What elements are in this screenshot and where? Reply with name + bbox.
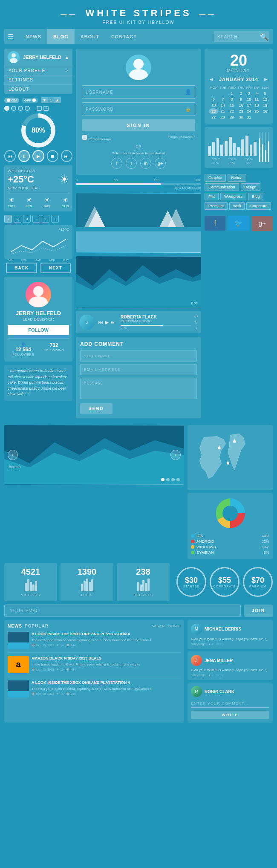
tag-graphic[interactable]: Graphic bbox=[205, 174, 226, 182]
twitter-login-icon[interactable]: t bbox=[126, 158, 137, 169]
view-all-news[interactable]: VIEW ALL NEWS › bbox=[152, 624, 181, 628]
tag-wordpress[interactable]: Wordpress bbox=[220, 193, 246, 200]
cal-cell[interactable]: 18 bbox=[253, 102, 261, 108]
cal-cell[interactable]: 7 bbox=[219, 96, 227, 102]
tag-web[interactable]: Web bbox=[229, 202, 245, 210]
page-prev[interactable]: ‹ bbox=[42, 215, 49, 223]
music-next-btn[interactable]: ⏭ bbox=[110, 319, 115, 325]
nav-item-news[interactable]: NEWS bbox=[20, 29, 47, 44]
gplus-login-icon[interactable]: g+ bbox=[155, 158, 166, 169]
cal-cell[interactable] bbox=[219, 90, 227, 96]
hero-dot-2[interactable] bbox=[166, 478, 170, 481]
checkbox-1[interactable] bbox=[37, 106, 42, 111]
price-started[interactable]: $30 STARTED bbox=[176, 567, 206, 597]
back-button[interactable]: BACK bbox=[6, 263, 37, 273]
tag-flat[interactable]: Flat bbox=[205, 193, 219, 200]
cal-cell-today[interactable]: 20 bbox=[209, 108, 219, 114]
nav-item-contact[interactable]: CONTACT bbox=[105, 29, 143, 44]
media-btn-play[interactable]: ▶ bbox=[32, 150, 44, 162]
tag-corporate[interactable]: Corporate bbox=[246, 202, 271, 210]
toggle-on[interactable]: ON bbox=[4, 98, 19, 103]
cal-cell[interactable]: 12 bbox=[261, 96, 270, 102]
cal-cell[interactable]: 3 bbox=[245, 90, 253, 96]
cal-cell[interactable]: 24 bbox=[245, 108, 253, 114]
tag-communication[interactable]: Communication bbox=[205, 183, 239, 191]
cal-cell[interactable]: 30 bbox=[237, 114, 245, 120]
gplus-share-button[interactable]: g+ bbox=[252, 216, 273, 231]
page-2[interactable]: 2 bbox=[14, 215, 21, 223]
cal-cell[interactable]: 21 bbox=[219, 108, 227, 114]
media-btn-stop[interactable]: ⏹ bbox=[47, 150, 58, 162]
media-btn-next[interactable]: ⏭ bbox=[61, 150, 72, 162]
checkbox-2[interactable]: ✓ bbox=[43, 106, 49, 111]
cal-cell[interactable]: 23 bbox=[237, 108, 245, 114]
cal-cell[interactable]: 25 bbox=[253, 108, 261, 114]
nav-item-about[interactable]: ABOUT bbox=[75, 29, 105, 44]
send-comment-button[interactable]: SEND bbox=[80, 403, 113, 414]
profile-menu-logout[interactable]: LOGOUT bbox=[4, 84, 72, 94]
cal-cell[interactable]: 1 bbox=[227, 90, 237, 96]
media-btn-prev[interactable]: ⏮ bbox=[4, 150, 16, 162]
tag-retina[interactable]: Retina bbox=[228, 174, 246, 182]
facebook-share-button[interactable]: f bbox=[205, 216, 225, 231]
search-input[interactable] bbox=[217, 35, 260, 39]
cal-cell[interactable]: 9 bbox=[237, 96, 245, 102]
remember-me-checkbox[interactable] bbox=[82, 135, 87, 140]
facebook-login-icon[interactable]: f bbox=[111, 158, 122, 169]
cal-cell[interactable]: 17 bbox=[245, 102, 253, 108]
reply-link-2[interactable]: Reply bbox=[216, 674, 224, 677]
stepper-down[interactable]: ▼ bbox=[41, 97, 48, 103]
tab-news[interactable]: NEWS bbox=[8, 624, 22, 628]
reply-link-1[interactable]: Reply bbox=[216, 642, 224, 645]
cal-cell[interactable]: 11 bbox=[253, 96, 261, 102]
profile-menu-settings[interactable]: SETTINGS bbox=[4, 75, 72, 84]
cal-cell[interactable]: 15 bbox=[227, 102, 237, 108]
cal-cell[interactable]: 22 bbox=[227, 108, 237, 114]
hero-dot-1[interactable] bbox=[161, 478, 164, 481]
forgot-password-link[interactable]: Forgot password? bbox=[168, 135, 195, 141]
cal-cell[interactable] bbox=[209, 90, 219, 96]
cal-cell[interactable]: 31 bbox=[245, 114, 253, 120]
cal-cell[interactable]: 13 bbox=[209, 102, 219, 108]
hero-prev-button[interactable]: ‹ bbox=[8, 450, 18, 460]
hero-dot-3[interactable] bbox=[171, 478, 175, 481]
tag-design[interactable]: Design bbox=[241, 183, 260, 191]
cal-cell[interactable] bbox=[253, 114, 261, 120]
email-subscribe-input[interactable] bbox=[4, 605, 241, 617]
hero-dot-4[interactable] bbox=[176, 478, 180, 481]
calendar-next[interactable]: ► bbox=[263, 76, 268, 82]
comment-name-input[interactable] bbox=[80, 350, 197, 362]
music-repeat-icon[interactable]: ↻ bbox=[194, 320, 198, 324]
hero-next-button[interactable]: › bbox=[170, 450, 181, 460]
page-3[interactable]: 3 bbox=[23, 215, 31, 223]
username-input[interactable] bbox=[86, 90, 183, 95]
calendar-prev[interactable]: ◄ bbox=[209, 76, 214, 82]
page-1[interactable]: 1 bbox=[4, 215, 12, 223]
comment-email-input[interactable] bbox=[80, 364, 197, 375]
tag-blog[interactable]: Blog bbox=[248, 193, 263, 200]
cal-cell[interactable] bbox=[261, 114, 270, 120]
signin-button[interactable]: SIGN IN bbox=[82, 119, 195, 131]
music-shuffle-icon[interactable]: ⇄ bbox=[194, 314, 198, 319]
radio-2[interactable] bbox=[11, 106, 16, 111]
cal-cell[interactable]: 16 bbox=[237, 102, 245, 108]
price-corporate[interactable]: $55 CORPORATE bbox=[210, 567, 239, 597]
cal-cell[interactable]: 28 bbox=[219, 114, 227, 120]
radio-3[interactable] bbox=[18, 106, 23, 111]
nav-item-blog[interactable]: BLOG bbox=[47, 29, 75, 44]
tag-premium[interactable]: Premium bbox=[205, 202, 228, 210]
cal-cell[interactable]: 29 bbox=[227, 114, 237, 120]
write-comment-button[interactable]: WRITE bbox=[191, 711, 269, 719]
music-prev-btn[interactable]: ⏮ bbox=[98, 319, 103, 325]
cal-cell[interactable]: 6 bbox=[209, 96, 219, 102]
twitter-share-button[interactable]: 🐦 bbox=[228, 216, 249, 231]
media-btn-pause[interactable]: ⏸ bbox=[18, 150, 30, 162]
menu-icon[interactable]: ☰ bbox=[8, 33, 16, 41]
cal-cell[interactable]: 19 bbox=[261, 102, 270, 108]
profile-menu-your-profile[interactable]: YOUR PROFILE › bbox=[4, 66, 72, 75]
password-input[interactable] bbox=[86, 107, 183, 112]
cal-cell[interactable]: 26 bbox=[261, 108, 270, 114]
cal-cell[interactable]: 2 bbox=[237, 90, 245, 96]
cal-cell[interactable]: 14 bbox=[219, 102, 227, 108]
stepper-up[interactable]: ▲ bbox=[54, 97, 61, 103]
